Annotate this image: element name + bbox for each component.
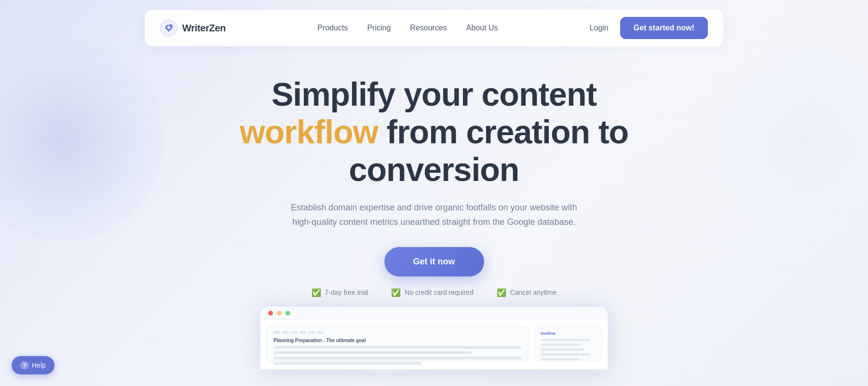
toolbar-dot-2 [282, 331, 289, 334]
hero-title-part2: from creation to conversion [349, 113, 628, 188]
app-toolbar [273, 331, 521, 334]
nav-link-products[interactable]: Products [317, 24, 348, 32]
help-label: Help [32, 361, 46, 369]
badge-no-cc-label: No credit card required [405, 289, 473, 296]
hero-cta-button[interactable]: Get it now [384, 247, 484, 276]
brand-name: WriterZen [182, 23, 226, 34]
app-sidebar-panel: Outline [534, 326, 602, 361]
toolbar-dot-1 [273, 331, 280, 334]
sidebar-line-1 [541, 339, 590, 341]
app-editor-panel: Planning Preparation - The ultimate goal [266, 326, 529, 361]
nav-link-pricing[interactable]: Pricing [367, 24, 391, 32]
editor-line-2 [273, 351, 472, 354]
trust-badges: ✅ 7-day free trial ✅ No credit card requ… [10, 288, 858, 297]
nav-link-about[interactable]: About Us [466, 24, 498, 32]
app-content: Planning Preparation - The ultimate goal… [260, 320, 608, 367]
hero-section: Simplify your content workflow from crea… [0, 56, 868, 297]
sidebar-line-5 [541, 358, 579, 360]
app-preview-header [260, 307, 608, 320]
editor-line-3 [273, 357, 521, 359]
help-icon: ? [20, 361, 29, 370]
sidebar-line-4 [541, 353, 590, 356]
editor-line-4 [273, 362, 422, 365]
sidebar-line-2 [541, 344, 579, 346]
logo-link[interactable]: WriterZen [160, 19, 226, 37]
check-icon-cancel: ✅ [497, 288, 506, 297]
check-icon-no-cc: ✅ [391, 288, 401, 297]
editor-line-1 [273, 346, 521, 349]
check-icon-trial: ✅ [312, 288, 321, 297]
nav-links: Products Pricing Resources About Us [317, 24, 498, 32]
hero-title-highlight: workflow [240, 113, 378, 150]
nav-right: Login Get started now! [590, 17, 708, 39]
window-dot-yellow [277, 311, 282, 316]
hero-subtitle: Establish domain expertise and drive org… [285, 200, 583, 230]
badge-trial: ✅ 7-day free trial [312, 288, 368, 297]
hero-title-part1: Simplify your content [271, 76, 597, 112]
window-dot-green [285, 311, 290, 316]
hero-title: Simplify your content workflow from crea… [217, 75, 651, 189]
app-editor-title: Planning Preparation - The ultimate goal [273, 338, 521, 343]
navbar: WriterZen Products Pricing Resources Abo… [145, 10, 723, 46]
toolbar-dot-3 [291, 331, 298, 334]
help-button[interactable]: ? Help [12, 356, 54, 374]
logo-icon [160, 19, 177, 37]
badge-trial-label: 7-day free trial [325, 289, 368, 296]
toolbar-dot-5 [308, 331, 315, 334]
toolbar-dot-4 [299, 331, 306, 334]
app-preview: Planning Preparation - The ultimate goal… [260, 307, 608, 370]
badge-cancel-label: Cancel anytime [510, 289, 557, 296]
app-sidebar-title: Outline [541, 331, 596, 336]
login-link[interactable]: Login [590, 24, 609, 32]
nav-link-resources[interactable]: Resources [410, 24, 447, 32]
badge-cancel: ✅ Cancel anytime [497, 288, 557, 297]
sidebar-line-3 [541, 348, 584, 351]
svg-point-1 [167, 26, 170, 29]
toolbar-dot-6 [317, 331, 324, 334]
window-dot-red [268, 311, 273, 316]
get-started-button[interactable]: Get started now! [620, 17, 708, 39]
badge-no-cc: ✅ No credit card required [391, 288, 473, 297]
